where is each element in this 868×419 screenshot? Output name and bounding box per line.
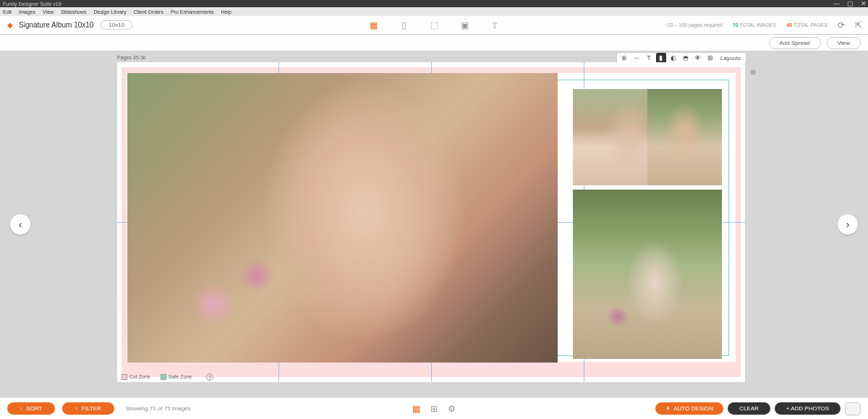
sub-toolbar: Add Spread View — [0, 35, 868, 51]
photo-bottom-right[interactable] — [573, 190, 722, 359]
main-toolbar: ◆ Signature Album 10x10 10x10 ▦ ▯ ⬚ ▣ ⇪ … — [0, 16, 868, 35]
menu-slideshows[interactable]: Slideshows — [61, 9, 86, 14]
bottom-bar: ‹SORT ‹FILTER Showing 73 of 73 images ▦ … — [0, 397, 868, 419]
showing-count: Showing 73 of 73 images — [126, 405, 191, 412]
menu-view[interactable]: View — [43, 9, 54, 14]
zoom-in-icon[interactable]: ⊕ — [619, 53, 629, 63]
bottom-right-actions: ✦AUTO DESIGN CLEAR + ADD PHOTOS — [655, 402, 861, 415]
add-photos-button[interactable]: + ADD PHOTOS — [775, 402, 841, 415]
tray-grid-icon[interactable]: ⊞ — [430, 404, 438, 414]
menu-edit[interactable]: Edit — [3, 9, 12, 14]
prev-spread-button[interactable]: ‹ — [10, 214, 30, 234]
export-view-icon[interactable]: ⇪ — [489, 20, 501, 31]
add-element-icon[interactable]: ⊕ — [750, 68, 756, 76]
text-tool-icon[interactable]: T — [644, 53, 654, 63]
album-title: Signature Album 10x10 — [19, 21, 93, 29]
minimize-button[interactable]: — — [833, 0, 840, 7]
color-tool-icon[interactable]: ◓ — [681, 53, 691, 63]
menu-pro-enhancements[interactable]: Pro Enhancements — [171, 9, 214, 14]
spread-view-icon[interactable]: ▯ — [398, 20, 409, 31]
visibility-icon[interactable]: 👁 — [693, 53, 703, 63]
sync-icon[interactable]: ⟳ — [838, 20, 845, 30]
safe-zone-legend: Safe Zone — [161, 374, 192, 380]
next-spread-button[interactable]: › — [838, 214, 858, 234]
design-view-icon[interactable]: ▦ — [367, 20, 379, 31]
grid-icon[interactable]: ⊞ — [705, 53, 715, 63]
auto-design-button[interactable]: ✦AUTO DESIGN — [655, 402, 723, 415]
window-controls: — ▢ ✕ — [833, 0, 867, 7]
app-name: Fundy Designer Suite v10 — [3, 1, 61, 7]
view-button[interactable]: View — [827, 37, 861, 49]
maximize-button[interactable]: ▢ — [847, 0, 854, 7]
tray-images-icon[interactable]: ▦ — [412, 404, 420, 414]
app-logo-icon: ◆ — [6, 21, 14, 30]
toolbar-stats: ~20 – 100 pages required 70 TOTAL IMAGES… — [665, 20, 862, 30]
photo-top-right[interactable] — [647, 89, 722, 185]
menubar: Edit Images View Slideshows Design Libra… — [0, 7, 868, 16]
tray-settings-icon[interactable]: ⚙ — [448, 404, 456, 414]
menu-images[interactable]: Images — [19, 9, 35, 14]
shape-tool-icon[interactable]: ◐ — [668, 53, 678, 63]
filter-button[interactable]: ‹FILTER — [62, 402, 114, 415]
menu-client-orders[interactable]: Client Orders — [134, 9, 163, 14]
titlebar: Fundy Designer Suite v10 — ▢ ✕ — [0, 0, 868, 7]
album-size-pill[interactable]: 10x10 — [101, 20, 132, 30]
pages-required: ~20 – 100 pages required — [665, 22, 723, 27]
menu-design-library[interactable]: Design Library — [94, 9, 127, 14]
close-button[interactable]: ✕ — [861, 0, 867, 7]
frame-tool-icon[interactable]: ▮ — [656, 53, 666, 63]
add-spread-button[interactable]: Add Spread — [769, 37, 821, 49]
cut-zone-legend: Cut Zone — [122, 374, 150, 380]
spread-canvas[interactable]: Cut Zone Safe Zone ? — [117, 62, 745, 382]
proof-view-icon[interactable]: ▣ — [459, 20, 470, 31]
swap-icon[interactable]: ↔ — [631, 53, 642, 63]
workspace: Pages 35-36 ⊕ ↔ T ▮ ◐ ◓ 👁 ⊞ Layouts ⊕ ‹ … — [0, 51, 868, 397]
clear-button[interactable]: CLEAR — [728, 402, 770, 415]
layouts-button[interactable]: Layouts — [718, 55, 744, 62]
help-icon[interactable]: ? — [206, 373, 213, 381]
center-tool-icons: ▦ ▯ ⬚ ▣ ⇪ — [367, 20, 501, 31]
sort-button[interactable]: ‹SORT — [7, 402, 55, 415]
bottom-center-icons: ▦ ⊞ ⚙ — [412, 404, 456, 414]
photo-main[interactable] — [127, 73, 558, 363]
total-pages-stat: 40 TOTAL PAGES — [786, 22, 827, 27]
menu-help[interactable]: Help — [221, 9, 231, 14]
total-images-stat: 70 TOTAL IMAGES — [733, 22, 776, 27]
tray-collapse-button[interactable] — [845, 402, 861, 415]
zone-legend: Cut Zone Safe Zone ? — [117, 372, 218, 382]
external-icon[interactable]: ⇱ — [855, 20, 862, 30]
pages-label: Pages 35-36 — [117, 55, 146, 60]
order-view-icon[interactable]: ⬚ — [428, 20, 440, 31]
